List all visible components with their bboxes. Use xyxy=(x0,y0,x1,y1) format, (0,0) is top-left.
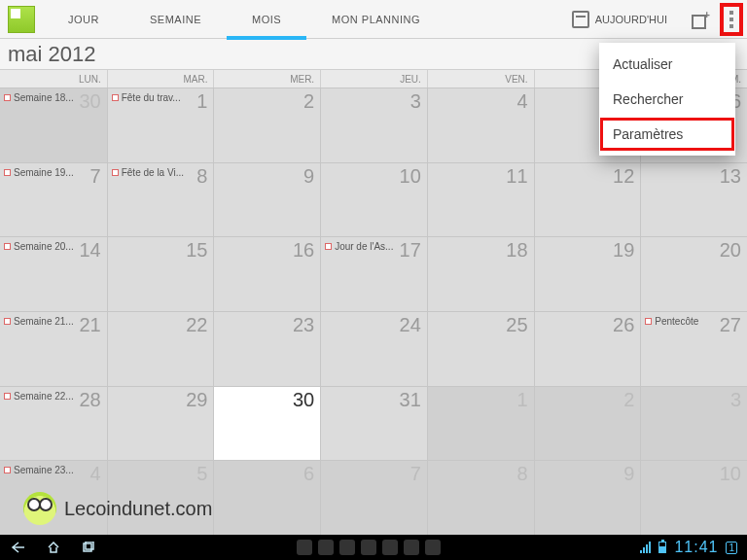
day-number: 2 xyxy=(623,389,634,411)
calendar-cell[interactable]: 18 xyxy=(427,236,534,311)
calendar-cell[interactable]: 12 xyxy=(534,162,641,237)
nav-back-icon[interactable] xyxy=(10,541,27,554)
tray-app-icon[interactable] xyxy=(297,540,312,555)
calendar-cell[interactable]: 11 xyxy=(427,162,534,237)
calendar-cell[interactable]: 13 xyxy=(640,162,747,237)
calendar-cell[interactable]: 20 xyxy=(640,236,747,311)
menu-refresh[interactable]: Actualiser xyxy=(599,47,735,82)
nav-recent-icon[interactable] xyxy=(80,541,97,554)
tray-app-icon[interactable] xyxy=(404,540,419,555)
tray-app-icon[interactable] xyxy=(318,540,334,555)
day-number: 30 xyxy=(79,90,100,113)
overflow-menu: Actualiser Rechercher Paramètres xyxy=(599,43,735,156)
calendar-cell[interactable]: 30 xyxy=(213,386,320,461)
calendar-cell[interactable]: 1 xyxy=(427,386,534,461)
event-chip[interactable]: Fête du trav... xyxy=(112,92,210,103)
event-label: Semaine 18... xyxy=(14,92,74,103)
calendar-cell[interactable]: 23 xyxy=(213,311,320,386)
day-number: 28 xyxy=(79,389,100,411)
calendar-cell[interactable]: 15 xyxy=(107,236,214,311)
calendar-cell[interactable]: 30Semaine 18... xyxy=(0,88,107,162)
day-number: 13 xyxy=(720,165,741,188)
calendar-cell[interactable]: 14Semaine 20... xyxy=(0,236,107,311)
weekday: MAR. xyxy=(107,70,214,88)
calendar-app-icon[interactable] xyxy=(8,6,35,33)
tab-month[interactable]: MOIS xyxy=(227,0,306,39)
tab-week[interactable]: SEMAINE xyxy=(124,0,227,39)
weekday: JEU. xyxy=(320,70,427,88)
menu-settings[interactable]: Paramètres xyxy=(599,117,735,152)
event-label: Semaine 20... xyxy=(14,241,74,252)
new-event-button[interactable] xyxy=(679,0,720,39)
calendar-cell[interactable]: 8Fête de la Vi... xyxy=(107,162,214,237)
calendar-cell[interactable]: 16 xyxy=(213,236,320,311)
calendar-cell[interactable]: 26 xyxy=(534,311,641,386)
event-chip[interactable]: Fête de la Vi... xyxy=(112,167,210,178)
tray-app-icon[interactable] xyxy=(339,540,355,555)
tray-app-icon[interactable] xyxy=(382,540,398,555)
event-chip[interactable]: Semaine 19... xyxy=(4,167,103,178)
calendar-cell[interactable]: 4 xyxy=(427,88,534,162)
calendar-cell[interactable]: 31 xyxy=(320,386,427,461)
day-number: 22 xyxy=(186,314,207,336)
tab-agenda[interactable]: MON PLANNING xyxy=(306,0,445,39)
day-number: 19 xyxy=(613,239,634,262)
day-number: 3 xyxy=(730,389,741,411)
day-number: 9 xyxy=(303,165,314,188)
nav-home-icon[interactable] xyxy=(45,541,62,554)
calendar-cell[interactable]: 3 xyxy=(640,386,747,461)
tray-app-icon[interactable] xyxy=(361,540,376,555)
calendar-cell[interactable]: 6 xyxy=(213,460,320,535)
calendar-cell[interactable]: 27Pentecôte xyxy=(640,311,747,386)
battery-icon xyxy=(658,542,666,553)
calendar-cell[interactable]: 3 xyxy=(320,88,427,162)
calendar-cell[interactable]: 17Jour de l'As... xyxy=(320,236,427,311)
calendar-cell[interactable]: 24 xyxy=(320,311,427,386)
day-number: 24 xyxy=(400,314,421,336)
overflow-button[interactable] xyxy=(720,3,743,36)
calendar-cell[interactable]: 25 xyxy=(427,311,534,386)
day-number: 7 xyxy=(410,463,421,485)
day-number: 9 xyxy=(623,463,634,485)
calendar-cell[interactable]: 29 xyxy=(107,386,214,461)
svg-rect-0 xyxy=(84,543,91,551)
calendar-cell[interactable]: 1Fête du trav... xyxy=(107,88,214,162)
calendar-cell[interactable]: 19 xyxy=(534,236,641,311)
tray-app-icon[interactable] xyxy=(425,540,441,555)
menu-search[interactable]: Rechercher xyxy=(599,82,735,117)
calendar-cell[interactable]: 10 xyxy=(320,162,427,237)
day-number: 26 xyxy=(613,314,634,336)
event-color-chip xyxy=(4,467,11,473)
calendar-app: JOUR SEMAINE MOIS MON PLANNING AUJOURD'H… xyxy=(0,0,747,560)
calendar-cell[interactable]: 9 xyxy=(213,162,320,237)
day-number: 10 xyxy=(400,165,421,188)
event-label: Semaine 21... xyxy=(14,316,74,327)
event-chip[interactable]: Semaine 23... xyxy=(4,465,103,475)
calendar-cell[interactable]: 8 xyxy=(427,460,534,535)
event-label: Jour de l'As... xyxy=(335,241,393,252)
calendar-cell[interactable]: 22 xyxy=(107,311,214,386)
calendar-cell[interactable]: 28Semaine 22... xyxy=(0,386,107,461)
system-bar: 11:41 1 xyxy=(0,535,747,560)
calendar-cell[interactable]: 10 xyxy=(640,460,747,535)
notification-count-icon[interactable]: 1 xyxy=(726,542,737,554)
tab-day[interactable]: JOUR xyxy=(43,0,124,39)
calendar-cell[interactable]: 2 xyxy=(213,88,320,162)
calendar-cell[interactable]: 2 xyxy=(534,386,641,461)
calendar-cell[interactable]: 7Semaine 19... xyxy=(0,162,107,237)
calendar-cell[interactable]: 9 xyxy=(534,460,641,535)
calendar-cell[interactable]: 7 xyxy=(320,460,427,535)
day-number: 6 xyxy=(303,463,314,485)
event-color-chip xyxy=(112,169,119,176)
day-number: 29 xyxy=(186,389,207,411)
month-title: mai 2012 xyxy=(8,42,96,67)
event-color-chip xyxy=(325,243,332,250)
day-number: 2 xyxy=(303,90,314,113)
day-number: 20 xyxy=(720,239,741,262)
day-number: 12 xyxy=(613,165,634,188)
event-label: Semaine 22... xyxy=(14,391,74,402)
day-number: 25 xyxy=(506,314,527,336)
clock: 11:41 xyxy=(674,539,718,556)
today-button[interactable]: AUJOURD'HUI xyxy=(560,0,679,39)
calendar-cell[interactable]: 21Semaine 21... xyxy=(0,311,107,386)
